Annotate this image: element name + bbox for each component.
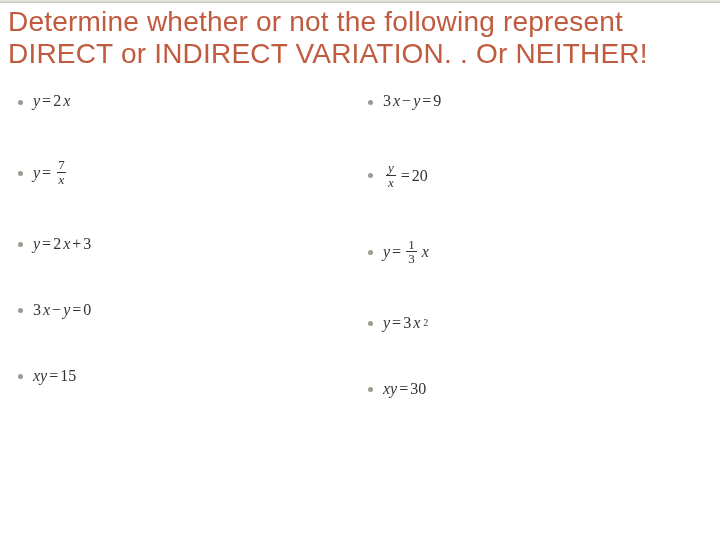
list-item: 3 x − y = 0	[18, 301, 360, 319]
title-bar	[0, 0, 720, 3]
bullet-icon	[18, 171, 23, 176]
content-columns: y = 2 x y = 7x y = 2 x + 3 3 x − y = 0 x…	[0, 74, 720, 398]
bullet-icon	[368, 387, 373, 392]
list-item: 3 x − y = 9	[368, 92, 710, 110]
right-column: 3 x − y = 9 yx = 20 y = 13 x y = 3x2 xy …	[360, 92, 710, 398]
equation-text: y = 2 x + 3	[33, 235, 91, 253]
equation-text: y = 7x	[33, 158, 70, 186]
list-item: y = 2 x + 3	[18, 235, 360, 253]
equation-text: xy = 30	[383, 380, 426, 398]
equation-text: 3 x − y = 0	[33, 301, 91, 319]
list-item: yx = 20	[368, 158, 710, 189]
bullet-icon	[18, 308, 23, 313]
bullet-icon	[368, 250, 373, 255]
page-title: Determine whether or not the following r…	[0, 0, 720, 74]
bullet-icon	[18, 100, 23, 105]
list-item: xy = 15	[18, 367, 360, 385]
equation-text: xy = 15	[33, 367, 76, 385]
list-item: y = 2 x	[18, 92, 360, 110]
list-item: y = 13 x	[368, 238, 710, 266]
bullet-icon	[18, 374, 23, 379]
equation-text: y = 2 x	[33, 92, 70, 110]
bullet-icon	[368, 100, 373, 105]
list-item: y = 3x2	[368, 314, 710, 332]
left-column: y = 2 x y = 7x y = 2 x + 3 3 x − y = 0 x…	[10, 92, 360, 398]
equation-text: y = 3x2	[383, 314, 428, 332]
equation-text: y = 13 x	[383, 238, 429, 266]
list-item: xy = 30	[368, 380, 710, 398]
equation-text: 3 x − y = 9	[383, 92, 441, 110]
bullet-icon	[18, 242, 23, 247]
equation-text: yx = 20	[383, 158, 428, 189]
list-item: y = 7x	[18, 158, 360, 186]
bullet-icon	[368, 321, 373, 326]
bullet-icon	[368, 173, 373, 178]
